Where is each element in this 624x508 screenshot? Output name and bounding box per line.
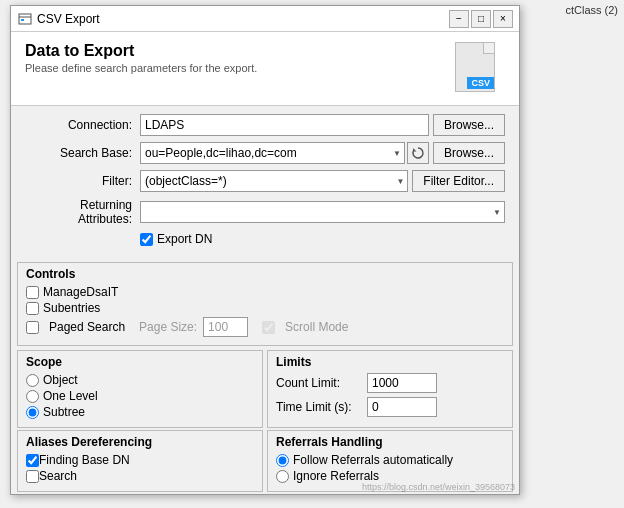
csv-icon-paper: CSV <box>455 42 495 92</box>
time-limit-label: Time Limit (s): <box>276 400 361 414</box>
connection-label: Connection: <box>25 118 140 132</box>
filter-label: Filter: <box>25 174 140 188</box>
manage-dsa-label: ManageDsaIT <box>43 285 118 299</box>
returning-label: Returning Attributes: <box>25 198 140 226</box>
close-button[interactable]: × <box>493 10 513 28</box>
controls-title: Controls <box>26 267 504 281</box>
csv-icon-container: CSV <box>455 42 505 97</box>
scope-object-radio[interactable] <box>26 374 39 387</box>
subentries-label: Subentries <box>43 301 100 315</box>
search-base-row: Search Base: ou=People,dc=lihao,dc=com ▼… <box>25 142 505 164</box>
form-section: Connection: Browse... Search Base: ou=Pe… <box>11 106 519 258</box>
time-limit-input[interactable] <box>367 397 437 417</box>
connection-input[interactable] <box>140 114 429 136</box>
scope-object-label: Object <box>43 373 78 387</box>
subentries-row: Subentries <box>26 301 504 315</box>
search-base-select[interactable]: ou=People,dc=lihao,dc=com <box>140 142 405 164</box>
manage-dsa-checkbox[interactable] <box>26 286 39 299</box>
search-base-browse-button[interactable]: Browse... <box>433 142 505 164</box>
aliases-search-checkbox[interactable] <box>26 470 39 483</box>
filter-select-wrapper: (objectClass=*) ▼ <box>140 170 408 192</box>
filter-row: Filter: (objectClass=*) ▼ Filter Editor.… <box>25 170 505 192</box>
returning-row: Returning Attributes: ▼ <box>25 198 505 226</box>
manage-dsa-row: ManageDsaIT <box>26 285 504 299</box>
scope-subtree-row: Subtree <box>26 405 254 419</box>
aliases-title: Aliases Dereferencing <box>26 435 254 449</box>
window-icon <box>17 11 33 27</box>
count-limit-label: Count Limit: <box>276 376 361 390</box>
scope-section: Scope Object One Level Subtree <box>17 350 263 428</box>
aliases-search-label: Search <box>39 469 77 483</box>
page-size-input[interactable] <box>203 317 248 337</box>
svg-marker-3 <box>413 148 417 152</box>
connection-browse-button[interactable]: Browse... <box>433 114 505 136</box>
returning-select-wrapper: ▼ <box>140 201 505 223</box>
filter-select[interactable]: (objectClass=*) <box>140 170 408 192</box>
limits-section: Limits Count Limit: Time Limit (s): <box>267 350 513 428</box>
limits-title: Limits <box>276 355 504 369</box>
scope-subtree-label: Subtree <box>43 405 85 419</box>
ignore-referrals-radio[interactable] <box>276 470 289 483</box>
paged-search-label: Paged Search <box>49 320 125 334</box>
header-title: Data to Export <box>25 42 257 60</box>
export-dn-checkbox[interactable] <box>140 233 153 246</box>
filter-editor-button[interactable]: Filter Editor... <box>412 170 505 192</box>
follow-referrals-radio[interactable] <box>276 454 289 467</box>
window-controls: − □ × <box>449 10 513 28</box>
maximize-button[interactable]: □ <box>471 10 491 28</box>
paged-search-checkbox[interactable] <box>26 321 39 334</box>
returning-select[interactable] <box>140 201 505 223</box>
referrals-title: Referrals Handling <box>276 435 504 449</box>
refresh-icon <box>411 146 425 160</box>
header-section: Data to Export Please define search para… <box>11 32 519 106</box>
csv-export-window: CSV Export − □ × Data to Export Please d… <box>10 5 520 495</box>
count-limit-input[interactable] <box>367 373 437 393</box>
follow-referrals-row: Follow Referrals automatically <box>276 453 504 467</box>
aliases-section: Aliases Dereferencing Finding Base DN Se… <box>17 430 263 492</box>
aliases-search-row: Search <box>26 469 254 483</box>
page-size-label: Page Size: <box>139 320 197 334</box>
scroll-mode-label: Scroll Mode <box>285 320 348 334</box>
csv-badge: CSV <box>467 77 494 89</box>
finding-base-dn-row: Finding Base DN <box>26 453 254 467</box>
scope-one-level-row: One Level <box>26 389 254 403</box>
count-limit-row: Count Limit: <box>276 373 504 393</box>
finding-base-dn-checkbox[interactable] <box>26 454 39 467</box>
controls-section: Controls ManageDsaIT Subentries Paged Se… <box>17 262 513 346</box>
scope-one-level-label: One Level <box>43 389 98 403</box>
scope-title: Scope <box>26 355 254 369</box>
follow-referrals-label: Follow Referrals automatically <box>293 453 453 467</box>
svg-rect-2 <box>21 19 24 21</box>
background-text: ctClass (2) <box>559 0 624 20</box>
search-base-refresh-button[interactable] <box>407 142 429 164</box>
minimize-button[interactable]: − <box>449 10 469 28</box>
header-subtitle: Please define search parameters for the … <box>25 62 257 74</box>
scroll-mode-checkbox[interactable] <box>262 321 275 334</box>
paged-search-row: Paged Search Page Size: Scroll Mode <box>26 317 504 337</box>
export-dn-row: Export DN <box>25 232 505 246</box>
svg-rect-0 <box>19 14 31 24</box>
connection-row: Connection: Browse... <box>25 114 505 136</box>
export-dn-label: Export DN <box>157 232 212 246</box>
scope-subtree-radio[interactable] <box>26 406 39 419</box>
scope-one-level-radio[interactable] <box>26 390 39 403</box>
watermark: https://blog.csdn.net/weixin_39568073 <box>358 480 519 494</box>
search-base-label: Search Base: <box>25 146 140 160</box>
window-title: CSV Export <box>37 12 449 26</box>
finding-base-dn-label: Finding Base DN <box>39 453 130 467</box>
scope-limits-container: Scope Object One Level Subtree Limits Co… <box>17 350 513 428</box>
time-limit-row: Time Limit (s): <box>276 397 504 417</box>
scope-object-row: Object <box>26 373 254 387</box>
search-base-select-wrapper: ou=People,dc=lihao,dc=com ▼ <box>140 142 405 164</box>
subentries-checkbox[interactable] <box>26 302 39 315</box>
header-text: Data to Export Please define search para… <box>25 42 257 74</box>
title-bar: CSV Export − □ × <box>11 6 519 32</box>
